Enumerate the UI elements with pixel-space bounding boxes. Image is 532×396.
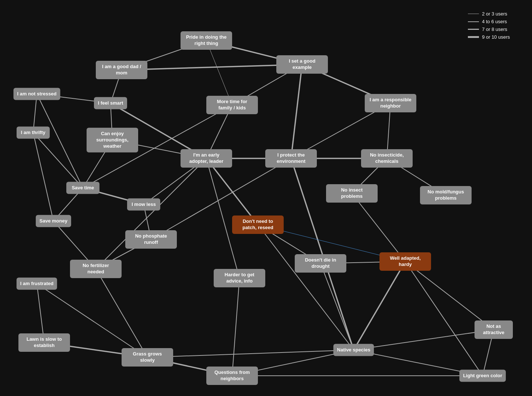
node-surroundings: Can enjoy surroundings, weather: [87, 128, 138, 153]
edge-thrifty-save_money: [33, 133, 53, 221]
node-light_green: Light green color: [459, 370, 506, 382]
node-no_fertilizer: No fertilizer needed: [70, 260, 122, 278]
node-not_attractive: Not as attractive: [475, 320, 513, 339]
node-no_insecticide: No insecticide, chemicals: [361, 149, 413, 168]
node-grass_slowly: Grass grows slowly: [122, 348, 173, 367]
edge-not_stressed-save_time: [37, 94, 83, 188]
legend: 2 or 3 users4 to 6 users7 or 8 users9 or…: [468, 11, 510, 42]
edge-no_insect-well_adapted: [352, 193, 405, 262]
node-feel_smart: I feel smart: [94, 97, 127, 109]
node-more_time: More time for family / kids: [206, 96, 258, 114]
edge-well_adapted-native: [354, 262, 405, 350]
node-responsible: I am a responsible neighbor: [365, 94, 416, 112]
edge-dont_patch-native: [258, 225, 354, 350]
edge-pride-more_time: [206, 41, 232, 105]
edge-early_adopter-dont_patch: [206, 158, 258, 225]
edge-early_adopter-no_fertilizer: [96, 158, 206, 269]
edge-native-not_attractive: [354, 330, 494, 350]
node-no_phosphate: No phosphate runoff: [125, 230, 177, 249]
node-good_dad: I am a good dad / mom: [96, 61, 147, 79]
node-early_adopter: I'm an early adopter, leader: [181, 149, 232, 168]
edge-well_adapted-not_attractive: [405, 262, 494, 330]
node-harder_advice: Harder to get advice, info: [214, 269, 265, 287]
edge-drought-native: [321, 263, 354, 350]
legend-item: 2 or 3 users: [468, 11, 510, 17]
edge-thrifty-save_time: [33, 133, 83, 188]
node-pride: Pride in doing the right thing: [181, 31, 232, 50]
edge-well_adapted-light_green: [405, 262, 483, 376]
node-well_adapted: Well adapted, hardy: [379, 252, 431, 271]
node-protect_env: I protect the environment: [265, 149, 317, 168]
legend-item: 4 to 6 users: [468, 19, 510, 24]
node-dont_patch: Don't need to patch, reseed: [232, 215, 284, 234]
node-frustrated: I am frustrated: [17, 278, 57, 290]
node-questions: Questions from neighbors: [206, 367, 258, 385]
node-save_money: Save money: [36, 215, 71, 227]
edge-good_example-protect_env: [291, 64, 302, 158]
node-thrifty: I am thrifty: [17, 127, 50, 139]
edge-no_fertilizer-grass_slowly: [96, 269, 147, 357]
node-good_example: I set a good example: [276, 55, 328, 74]
edge-good_dad-good_example: [122, 64, 302, 70]
node-not_stressed: I am not stressed: [14, 88, 60, 100]
edge-harder_advice-questions: [232, 278, 239, 376]
legend-item: 9 or 10 users: [468, 34, 510, 40]
node-drought: Doesn't die in drought: [295, 254, 346, 273]
legend-item: 7 or 8 users: [468, 27, 510, 32]
node-no_insect: No insect problems: [326, 184, 378, 203]
canvas: 2 or 3 users4 to 6 users7 or 8 users9 or…: [0, 0, 532, 396]
node-no_mold: No mold/fungus problems: [420, 186, 472, 204]
node-lawn_slow: Lawn is slow to establish: [18, 333, 70, 352]
node-save_time: Save time: [66, 182, 99, 194]
node-mow_less: I mow less: [127, 199, 160, 211]
node-native: Native species: [333, 344, 374, 356]
